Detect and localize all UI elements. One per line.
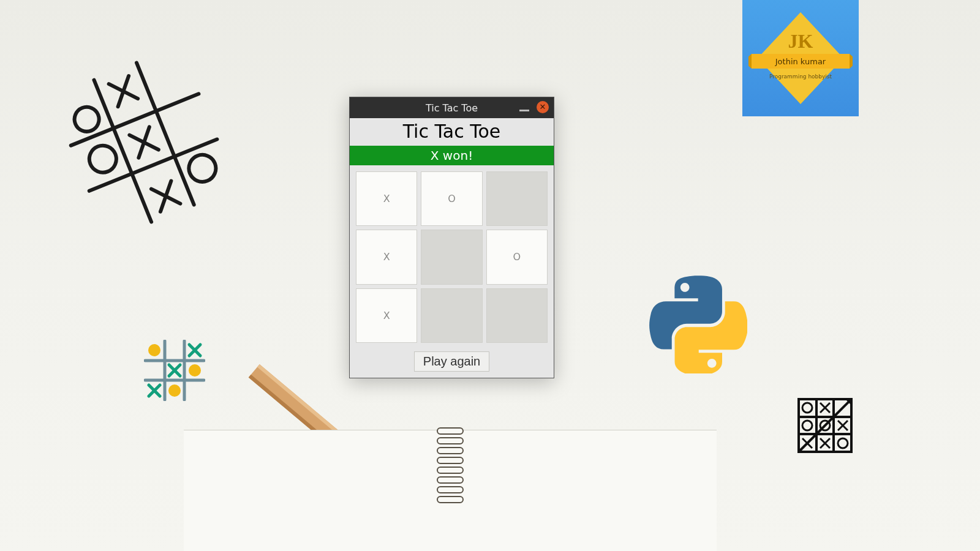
svg-point-19: [168, 384, 181, 397]
badge-subtitle: Programming hobbyist: [769, 73, 832, 80]
cell-1-1[interactable]: [421, 230, 482, 284]
svg-point-40: [802, 421, 812, 430]
author-badge: JK Jothin kumar Programming hobbyist: [742, 0, 859, 116]
svg-point-37: [802, 403, 812, 413]
svg-text:JK: JK: [788, 30, 813, 52]
game-board: X O X O X: [350, 165, 554, 349]
svg-marker-54: [850, 54, 853, 69]
svg-point-9: [185, 151, 220, 186]
square-tictactoe-icon: [797, 398, 853, 453]
cell-2-1[interactable]: [421, 288, 482, 343]
cell-1-0[interactable]: X: [356, 230, 417, 284]
svg-point-48: [838, 438, 848, 448]
play-again-button[interactable]: Play again: [414, 351, 489, 372]
close-icon[interactable]: ✕: [537, 101, 549, 113]
cell-1-2[interactable]: O: [486, 230, 548, 284]
svg-line-11: [151, 181, 180, 212]
svg-marker-53: [748, 54, 752, 69]
tictactoe-window: Tic Tac Toe ✕ Tic Tac Toe X won! X O X O…: [349, 97, 554, 378]
svg-point-17: [148, 344, 160, 356]
sketch-tictactoe: [55, 49, 227, 245]
svg-line-8: [129, 127, 158, 157]
badge-name: Jothin kumar: [775, 57, 826, 66]
svg-line-5: [109, 76, 138, 107]
status-bar: X won!: [350, 146, 554, 165]
cell-0-0[interactable]: X: [356, 171, 417, 226]
svg-point-18: [189, 364, 201, 377]
cell-0-2[interactable]: [486, 171, 548, 226]
svg-point-6: [85, 141, 120, 176]
app-title: Tic Tac Toe: [350, 118, 554, 146]
svg-point-12: [71, 103, 103, 135]
window-title: Tic Tac Toe: [426, 102, 478, 114]
cell-2-0[interactable]: X: [356, 288, 417, 343]
python-logo: [649, 276, 747, 373]
window-titlebar[interactable]: Tic Tac Toe ✕: [350, 97, 554, 118]
cell-2-2[interactable]: [486, 288, 548, 343]
cell-0-1[interactable]: O: [421, 171, 482, 226]
mini-tictactoe-icon: [144, 340, 205, 401]
minimize-icon[interactable]: [519, 110, 529, 111]
notebook-image: [184, 430, 717, 551]
